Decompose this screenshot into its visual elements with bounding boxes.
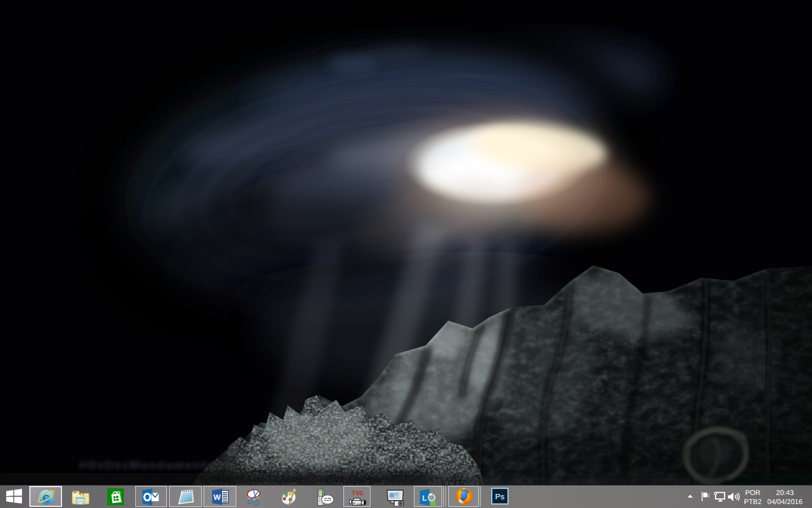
svg-text:Ps: Ps — [495, 492, 505, 501]
svg-text:TVG: TVG — [351, 489, 364, 497]
svg-text:L: L — [422, 494, 427, 502]
svg-text:#OsDezMandamentos: #OsDezMandamentos — [79, 458, 223, 471]
svg-text:W: W — [214, 493, 221, 501]
